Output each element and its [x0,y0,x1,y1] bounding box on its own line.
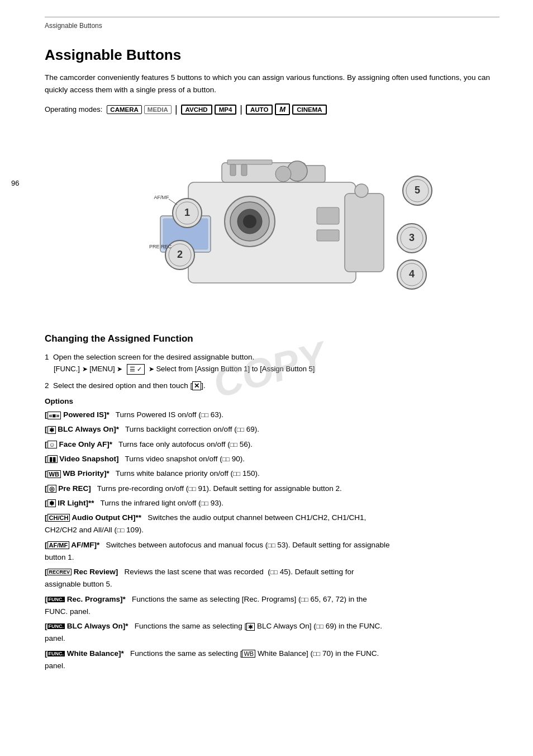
badge-avchd: AVCHD [181,105,212,115]
option-rec-review: [RECREV Rec Review] Reviews the last sce… [45,566,499,591]
badge-auto: AUTO [246,105,273,115]
section1-title: Changing the Assigned Function [45,333,499,344]
modes-label: Operating modes: [45,105,102,114]
svg-text:4: 4 [409,268,415,280]
step-2: 2 Select the desired option and then tou… [45,380,499,392]
step-1: 1 Open the selection screen for the desi… [45,351,499,375]
svg-rect-31 [317,207,339,224]
badge-cinema: CINEMA [292,105,326,115]
top-rule [45,17,499,17]
svg-text:PRE REC: PRE REC [149,244,172,249]
svg-text:5: 5 [415,185,420,196]
option-wb-priority: [WB WB Priority]* Turns white balance pr… [45,467,499,480]
badge-mp4: MP4 [215,105,237,115]
svg-rect-33 [230,164,236,176]
section-changing-assigned: Changing the Assigned Function 1 Open th… [45,333,499,672]
badge-media: MEDIA [144,105,172,114]
svg-rect-34 [241,164,247,176]
separator1: | [175,103,178,115]
option-blc-always-on: [✱ BLC Always On]* Turns backlight corre… [45,423,499,436]
option-face-only-af: [☺ Face Only AF]* Turns face only autofo… [45,438,499,451]
intro-text: The camcorder conveniently features 5 bu… [45,72,499,96]
svg-point-30 [355,184,368,197]
svg-rect-1 [345,193,384,272]
x-button-icon: ✕ [192,381,201,390]
page-title: Assignable Buttons [45,46,499,64]
badge-m: M [275,103,290,115]
option-ir-light: [✽ IR Light]** Turns the infrared light … [45,497,499,509]
option-pre-rec: [◎ Pre REC] Turns pre-recording on/off (… [45,483,499,495]
option-af-mf: [AF/MF AF/MF]* Switches between autofocu… [45,539,499,564]
svg-rect-32 [317,230,339,241]
badge-camera: CAMERA [107,105,141,114]
option-video-snapshot: [▮▮ Video Snapshot] Turns video snapshot… [45,453,499,465]
option-white-balance: [FUNC. White Balance]* Functions the sam… [45,648,499,673]
option-rec-programs: [FUNC. Rec. Programs]* Functions the sam… [45,593,499,618]
option-audio-output-ch: [CH/CH Audio Output CH]** Switches the a… [45,512,499,537]
operating-modes: Operating modes: CAMERA MEDIA | AVCHD MP… [45,103,499,115]
svg-point-7 [243,215,256,228]
option-powered-is: [«■» Powered IS]* Turns Powered IS on/of… [45,409,499,421]
svg-text:1: 1 [184,207,190,218]
option-func-blc-always-on: [FUNC. BLC Always On]* Functions the sam… [45,620,499,645]
step1-detail: [FUNC.] ➤ [MENU] ➤ ☰ ✓ ➤ Select from [As… [54,363,499,375]
svg-line-35 [169,199,177,205]
step2-number: 2 [45,381,53,390]
svg-text:2: 2 [177,249,183,260]
svg-text:AF/MF: AF/MF [154,195,169,200]
svg-point-29 [275,166,291,182]
step1-text: Open the selection screen for the desire… [53,353,254,361]
options-title: Options [45,397,499,405]
camera-diagram: 1 AF/MF 2 PRE REC 3 4 5 [45,126,499,316]
breadcrumb: Assignable Buttons [45,22,499,30]
page-number: 96 [11,179,19,187]
separator2: | [240,103,242,115]
svg-rect-10 [227,160,272,164]
svg-text:3: 3 [409,232,415,243]
step1-number: 1 [45,353,53,361]
